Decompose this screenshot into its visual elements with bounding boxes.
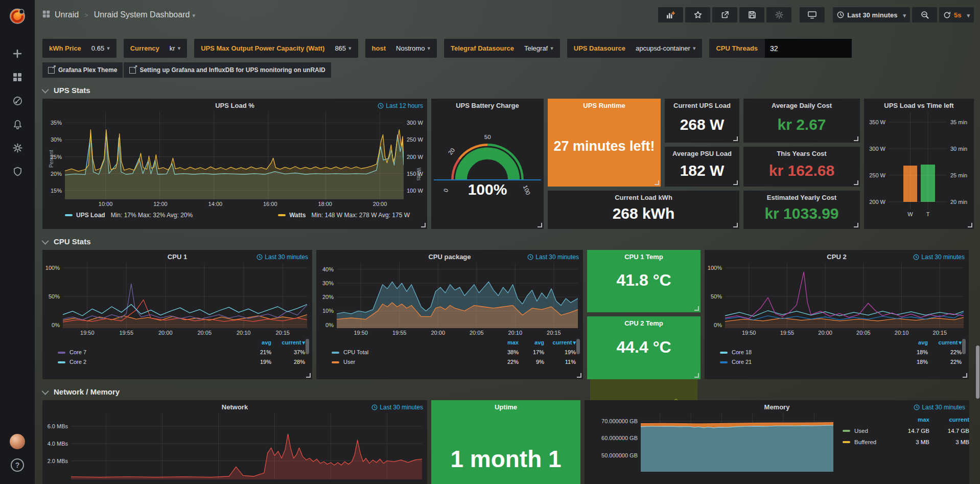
admin-shield-icon[interactable] [0,159,35,183]
section-ups-stats[interactable]: UPS Stats [43,86,974,95]
legend-series-name[interactable]: Core 21 [713,357,898,367]
help-icon[interactable]: ? [0,453,35,477]
panel-title[interactable]: Average PSU Load [665,147,739,157]
configuration-gear-icon[interactable] [0,136,35,159]
panel-resize-handle[interactable] [968,223,972,227]
scrollbar-thumb[interactable] [976,345,979,399]
panel-title[interactable]: UPS Load % [42,99,427,109]
dashboards-icon[interactable] [0,65,35,89]
panel-resize-handle[interactable] [854,223,858,227]
panel-time-override[interactable]: Last 30 minutes [913,253,965,261]
panel-title[interactable]: UPS Battery Charge [431,99,544,109]
create-plus-icon[interactable] [0,42,35,65]
panel-title[interactable]: CPU 1 Temp [587,250,701,261]
breadcrumb-folder[interactable]: Unraid [55,10,79,19]
apps-grid-icon[interactable] [42,10,50,20]
panel-title[interactable]: Uptime [431,400,580,411]
panel-resize-handle[interactable] [694,306,699,311]
section-cpu-stats[interactable]: CPU Stats [43,237,974,246]
cpu1-chart[interactable] [63,263,307,328]
add-panel-button[interactable] [658,7,683,22]
variable-value-dropdown[interactable]: 0.65 [91,44,110,52]
link-ups-monitoring-guide[interactable]: Setting up Grafana and InfluxDB for UPS … [124,62,331,78]
panel-title[interactable]: This Years Cost [743,147,860,157]
panel-title[interactable]: Average Daily Cost [743,99,860,109]
panel-resize-handle[interactable] [733,136,738,141]
legend-series-name[interactable]: UPS Load [76,212,105,219]
tv-mode-button[interactable] [800,7,825,22]
link-grafana-plex-theme[interactable]: Grafana Plex Theme [42,62,123,78]
panel-time-override[interactable]: Last 30 minutes [371,404,423,411]
panel-resize-handle[interactable] [854,136,858,141]
panel-title[interactable]: UPS Load vs Time left [864,99,974,109]
explore-compass-icon[interactable] [0,89,35,112]
panel-resize-handle[interactable] [655,180,659,185]
legend-col-header[interactable]: avg [898,338,928,348]
variable-value-dropdown[interactable]: 865 [335,44,351,52]
star-dashboard-button[interactable] [685,7,710,22]
legend-col-header-sorted[interactable]: current [544,338,576,348]
cpu-threads-input[interactable] [765,39,852,58]
legend-scrollbar[interactable] [962,339,966,354]
save-dashboard-button[interactable] [739,7,764,22]
variable-value-dropdown[interactable]: kr [170,44,180,52]
panel-title[interactable]: Current UPS Load [665,99,739,109]
legend-scrollbar[interactable] [576,339,580,354]
user-avatar[interactable] [0,430,35,453]
panel-time-override[interactable]: Last 30 minutes [256,253,308,261]
legend-series-name[interactable]: Buffered [841,436,893,448]
share-dashboard-button[interactable] [712,7,737,22]
legend-col-header[interactable]: max [893,414,929,425]
legend-series-name[interactable]: Core 18 [713,348,898,357]
legend-col-header-sorted[interactable]: current [271,338,305,348]
panel-resize-handle[interactable] [421,223,426,227]
panel-time-override[interactable]: Last 12 hours [378,102,423,109]
grafana-logo-icon[interactable] [0,4,35,28]
dashboard-settings-button[interactable] [766,7,791,22]
legend-series-name[interactable]: User [324,357,490,367]
page-scrollbar[interactable] [976,0,979,484]
section-network-memory[interactable]: Network / Memory [43,387,974,396]
variable-value-dropdown[interactable]: apcupsd-container [636,44,696,52]
cpu2-chart[interactable] [725,263,964,328]
panel-resize-handle[interactable] [733,223,738,227]
time-range-picker[interactable]: Last 30 minutes [833,7,910,22]
load-vs-time-chart[interactable] [889,112,947,210]
refresh-button[interactable]: 5s [939,7,974,22]
ups-load-chart[interactable] [65,111,404,199]
panel-time-override[interactable]: Last 30 minutes [527,253,579,261]
legend-series-name[interactable]: Used [841,425,893,436]
variable-value-dropdown[interactable]: Telegraf [524,44,553,52]
legend-scrollbar[interactable] [306,339,309,354]
panel-resize-handle[interactable] [854,180,858,185]
memory-chart[interactable] [641,413,833,472]
zoom-out-button[interactable] [912,7,937,22]
panel-resize-handle[interactable] [577,373,581,378]
variable-value-dropdown[interactable]: Nostromo [396,44,430,52]
panel-resize-handle[interactable] [538,223,542,227]
panel-title[interactable]: Network [42,400,427,411]
panel-title[interactable]: Current Load kWh [548,191,739,201]
network-chart[interactable] [71,413,422,479]
alerting-bell-icon[interactable] [0,112,35,136]
panel-resize-handle[interactable] [733,180,738,185]
cpu-package-chart[interactable] [337,263,578,328]
panel-title[interactable]: CPU 2 Temp [587,316,701,327]
legend-col-header[interactable]: max [490,338,519,348]
panel-title[interactable]: Memory [585,400,969,411]
panel-resize-handle[interactable] [963,373,967,378]
legend-series-name[interactable]: Watts [289,212,306,219]
legend-col-header[interactable]: avg [242,338,271,348]
legend-series-name[interactable]: CPU Total [324,348,490,357]
legend-col-header[interactable]: current [929,414,969,425]
legend-col-header-sorted[interactable]: current [928,338,962,348]
panel-time-override[interactable]: Last 30 minutes [914,404,965,411]
breadcrumb-dashboard-title[interactable]: Unraid System Dashboard [94,10,195,19]
legend-series-name[interactable]: Core 7 [51,348,242,357]
panel-title[interactable]: UPS Runtime [548,99,661,109]
panel-resize-handle[interactable] [694,373,699,378]
panel-resize-handle[interactable] [306,373,311,378]
panel-title[interactable]: Estimated Yearly Cost [743,191,860,201]
legend-series-name[interactable]: Core 2 [51,357,242,367]
legend-col-header[interactable]: avg [519,338,544,348]
